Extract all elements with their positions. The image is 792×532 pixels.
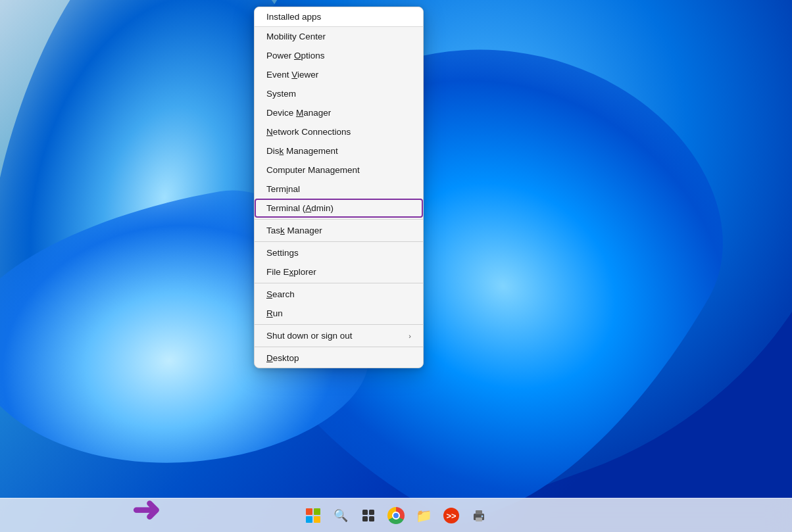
- printer-button[interactable]: [467, 504, 491, 527]
- menu-item-computer-management[interactable]: Computer Management: [255, 160, 423, 180]
- menu-item-terminal-admin[interactable]: Terminal (Admin): [255, 199, 423, 218]
- start-button[interactable]: [301, 504, 325, 527]
- menu-item-system[interactable]: System: [255, 84, 423, 103]
- svg-rect-8: [476, 518, 482, 521]
- menu-item-power-options[interactable]: Power Options: [255, 46, 423, 65]
- menu-item-mobility-center[interactable]: Mobility Center: [255, 27, 423, 46]
- remote-desktop-button[interactable]: >>: [439, 504, 463, 527]
- search-taskbar-button[interactable]: 🔍: [329, 504, 353, 527]
- menu-divider-4: [255, 324, 423, 325]
- chrome-button[interactable]: [384, 504, 408, 527]
- menu-item-network-connections[interactable]: Network Connections: [255, 122, 423, 141]
- menu-item-search[interactable]: Search: [255, 285, 423, 304]
- menu-item-installed-apps[interactable]: Installed apps: [255, 7, 423, 27]
- svg-rect-2: [362, 516, 368, 521]
- task-view-button[interactable]: [357, 504, 380, 527]
- svg-rect-7: [476, 510, 482, 514]
- taskbar: 🔍 📁 >>: [0, 498, 792, 532]
- menu-item-disk-management[interactable]: Disk Management: [255, 141, 423, 160]
- menu-divider-3: [255, 283, 423, 283]
- svg-rect-0: [362, 510, 368, 515]
- task-view-icon: [362, 509, 375, 522]
- file-explorer-taskbar-button[interactable]: 📁: [412, 504, 435, 527]
- purple-arrow-icon: ➜: [132, 491, 161, 529]
- menu-item-shut-down[interactable]: Shut down or sign out ›: [255, 326, 423, 345]
- printer-icon: [472, 508, 486, 523]
- menu-item-device-manager[interactable]: Device Manager: [255, 103, 423, 122]
- menu-item-file-explorer[interactable]: File Explorer: [255, 262, 423, 281]
- menu-item-event-viewer[interactable]: Event Viewer: [255, 65, 423, 84]
- svg-text:>>: >>: [446, 511, 457, 521]
- menu-item-desktop[interactable]: Desktop: [255, 349, 423, 368]
- desktop: Installed apps Mobility Center Power Opt…: [0, 0, 792, 532]
- submenu-arrow-icon: ›: [408, 332, 411, 340]
- menu-divider-2: [255, 241, 423, 242]
- menu-item-run[interactable]: Run: [255, 304, 423, 323]
- menu-item-task-manager[interactable]: Task Manager: [255, 221, 423, 240]
- menu-divider-5: [255, 347, 423, 347]
- windows-logo-icon: [306, 508, 320, 523]
- svg-rect-3: [369, 516, 374, 521]
- menu-item-settings[interactable]: Settings: [255, 243, 423, 262]
- menu-divider: [255, 219, 423, 220]
- folder-icon: 📁: [416, 508, 432, 523]
- svg-point-9: [482, 515, 483, 517]
- search-icon: 🔍: [334, 508, 348, 523]
- remote-desktop-icon: >>: [443, 507, 460, 524]
- svg-rect-1: [369, 510, 374, 515]
- chrome-icon: [387, 507, 405, 524]
- menu-item-terminal[interactable]: Terminal: [255, 180, 423, 199]
- annotation-arrow: ➜: [132, 493, 161, 527]
- context-menu: Installed apps Mobility Center Power Opt…: [254, 7, 424, 368]
